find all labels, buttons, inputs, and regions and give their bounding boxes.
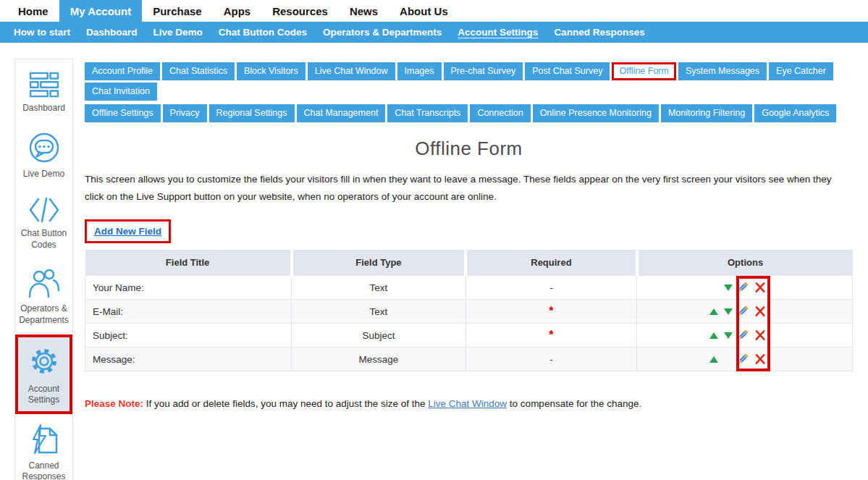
field-title-cell: E-Mail: [85, 300, 292, 324]
account-sub-nav: How to startDashboardLive DemoChat Butto… [0, 22, 868, 43]
code-icon [28, 197, 60, 223]
sidebar-item-label: Dashboard [22, 103, 65, 114]
tab-block-visitors[interactable]: Block Visitors [237, 62, 306, 80]
settings-tabs-row-1: Account ProfileChat StatisticsBlock Visi… [85, 62, 853, 101]
note-text-before: If you add or delete fields, you may nee… [143, 398, 428, 409]
tab-privacy[interactable]: Privacy [163, 104, 207, 122]
sidebar-item-account-settings[interactable]: Account Settings [15, 334, 72, 414]
sub-nav-item-dashboard[interactable]: Dashboard [78, 27, 146, 38]
tab-post-chat-survey[interactable]: Post Chat Survey [525, 62, 610, 80]
field-row-e-mail: E-Mail:Text* [85, 300, 853, 324]
sidebar-item-chat-button-codes[interactable]: Chat Button Codes [15, 188, 72, 258]
sidebar-item-live-demo[interactable]: Live Demo [15, 122, 72, 188]
canned-responses-icon [28, 424, 60, 455]
top-nav: HomeMy AccountPurchaseAppsResourcesNewsA… [0, 0, 868, 22]
fields-table-wrap: Field TitleField TypeRequiredOptions You… [85, 250, 853, 372]
required-indicator: - [549, 354, 553, 365]
move-down-icon[interactable] [724, 308, 733, 315]
move-up-icon[interactable] [709, 332, 718, 339]
field-row-your-name: Your Name:Text- [85, 276, 853, 300]
tab-system-messages[interactable]: System Messages [678, 62, 767, 80]
tab-account-profile[interactable]: Account Profile [85, 62, 160, 80]
tab-online-presence-monitoring[interactable]: Online Presence Monitoring [533, 104, 659, 122]
field-options [637, 348, 852, 371]
tab-offline-settings[interactable]: Offline Settings [85, 104, 161, 122]
sub-nav-item-account-settings[interactable]: Account Settings [450, 27, 546, 38]
sub-nav-item-chat-button-codes[interactable]: Chat Button Codes [211, 27, 315, 38]
move-up-slot [707, 356, 721, 363]
top-nav-item-news[interactable]: News [339, 0, 389, 22]
field-required-cell: * [465, 324, 636, 348]
delete-x-icon[interactable] [753, 329, 767, 341]
top-nav-item-apps[interactable]: Apps [213, 0, 262, 22]
delete-x-icon[interactable] [753, 353, 767, 365]
tab-chat-management[interactable]: Chat Management [297, 104, 386, 122]
delete-x-icon[interactable] [753, 282, 767, 293]
move-up-icon[interactable] [709, 356, 718, 363]
move-up-slot [707, 308, 721, 315]
tab-connection[interactable]: Connection [470, 104, 530, 122]
column-header-required: Required [465, 250, 636, 276]
move-down-icon[interactable] [724, 332, 733, 339]
field-type-cell: Subject [292, 324, 466, 348]
note-text-after: to compensate for the change. [507, 398, 641, 409]
dashboard-icon [29, 72, 59, 98]
tab-live-chat-window[interactable]: Live Chat Window [308, 62, 395, 80]
column-header-field-title: Field Title [85, 250, 292, 276]
annotation-add-new-field: Add New Field [85, 219, 171, 243]
tab-images[interactable]: Images [397, 62, 442, 80]
sidebar-item-canned-responses[interactable]: Canned Responses [15, 414, 72, 480]
required-indicator: * [549, 329, 553, 341]
tab-eye-catcher[interactable]: Eye Catcher [769, 62, 833, 80]
top-nav-item-my-account[interactable]: My Account [59, 0, 142, 22]
top-nav-item-home[interactable]: Home [7, 0, 59, 22]
add-new-field-link[interactable]: Add New Field [94, 226, 161, 237]
live-chat-window-link[interactable]: Live Chat Window [428, 398, 507, 409]
move-down-slot [721, 332, 736, 339]
top-nav-item-purchase[interactable]: Purchase [142, 0, 213, 22]
sidebar-item-dashboard[interactable]: Dashboard [15, 62, 72, 122]
tab-chat-invitation[interactable]: Chat Invitation [85, 83, 157, 101]
edit-pencil-icon[interactable] [736, 281, 749, 295]
move-down-icon[interactable] [724, 285, 733, 291]
tab-google-analytics[interactable]: Google Analytics [754, 104, 836, 122]
move-up-icon[interactable] [709, 308, 718, 315]
tab-monitoring-filtering[interactable]: Monitoring Filtering [661, 104, 752, 122]
tab-chat-statistics[interactable]: Chat Statistics [162, 62, 235, 80]
sidebar-item-operators-departments[interactable]: Operators & Departments [15, 258, 72, 334]
operators-icon [28, 268, 60, 298]
required-indicator: * [549, 305, 553, 317]
table-header-row: Field TitleField TypeRequiredOptions [85, 250, 853, 276]
field-row-subject: Subject:Subject* [85, 324, 853, 348]
field-options-cell [637, 324, 853, 348]
sub-nav-item-operators-departments[interactable]: Operators & Departments [315, 27, 450, 38]
top-nav-item-about-us[interactable]: About Us [389, 0, 459, 22]
please-note: Please Note: If you add or delete fields… [85, 398, 853, 409]
field-options-cell [637, 300, 853, 324]
field-type-cell: Text [292, 276, 466, 300]
sidebar-item-label: Operators & Departments [17, 303, 71, 326]
required-indicator: - [549, 282, 553, 293]
annotation-tab-offline-form[interactable]: Offline Form [612, 62, 676, 80]
fields-table: Field TitleField TypeRequiredOptions You… [85, 250, 853, 372]
move-down-slot [721, 285, 736, 291]
delete-x-icon[interactable] [753, 306, 767, 317]
sub-nav-item-live-demo[interactable]: Live Demo [146, 27, 211, 38]
field-title-cell: Your Name: [85, 276, 292, 300]
edit-pencil-icon[interactable] [736, 329, 749, 342]
sidebar-item-label: Canned Responses [17, 460, 71, 480]
column-header-options: Options [637, 250, 853, 276]
field-type-cell: Text [292, 300, 466, 324]
tab-chat-transcripts[interactable]: Chat Transcripts [387, 104, 468, 122]
live-demo-icon [28, 132, 60, 164]
sidebar-item-label: Account Settings [18, 384, 69, 406]
tab-pre-chat-survey[interactable]: Pre-chat Survey [444, 62, 523, 80]
field-required-cell: * [465, 300, 636, 324]
edit-pencil-icon[interactable] [736, 353, 749, 366]
edit-pencil-icon[interactable] [736, 305, 749, 319]
sub-nav-item-how-to-start[interactable]: How to start [6, 27, 78, 38]
field-options [637, 300, 852, 323]
top-nav-item-resources[interactable]: Resources [261, 0, 339, 22]
tab-regional-settings[interactable]: Regional Settings [209, 104, 295, 122]
sub-nav-item-canned-responses[interactable]: Canned Responses [546, 27, 652, 38]
